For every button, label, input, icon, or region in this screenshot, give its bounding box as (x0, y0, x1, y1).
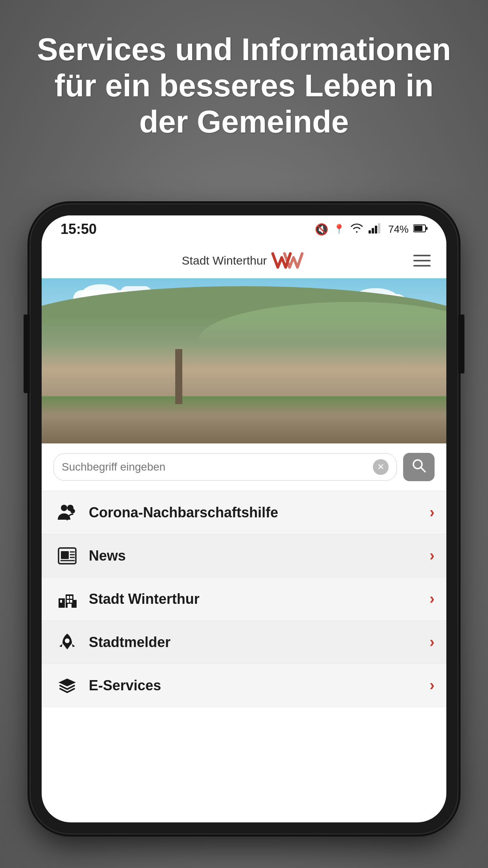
svg-rect-26 (68, 604, 72, 608)
search-input[interactable] (62, 461, 369, 473)
page-headline: Services und Informationen für ein besse… (0, 31, 488, 140)
svg-rect-0 (369, 230, 371, 234)
winterthur-logo (271, 250, 306, 271)
status-icons: 🔇 📍 (315, 223, 427, 236)
svg-rect-5 (414, 226, 422, 231)
news-icon (53, 546, 81, 566)
rocket-icon (53, 632, 81, 653)
people-icon (53, 502, 81, 523)
city-icon (53, 589, 81, 609)
search-icon (411, 458, 426, 476)
app-header: Stadt Winterthur (42, 243, 446, 278)
svg-rect-22 (67, 596, 69, 599)
menu-item-corona[interactable]: Corona-Nachbarschaftshilfe › (42, 491, 446, 534)
svg-rect-25 (70, 600, 72, 603)
vibrate-icon: 🔇 (315, 223, 328, 236)
menu-label-eservices: E-Services (89, 677, 429, 694)
svg-point-9 (61, 505, 67, 511)
location-icon: 📍 (333, 224, 345, 235)
svg-rect-6 (426, 227, 427, 230)
menu-item-eservices[interactable]: E-Services › (42, 664, 446, 707)
svg-rect-20 (72, 600, 77, 608)
search-area: ✕ (42, 443, 446, 491)
battery-icon (413, 223, 427, 235)
menu-item-stadtmelder[interactable]: Stadtmelder › (42, 621, 446, 664)
phone-mockup: 15:50 🔇 📍 (31, 204, 457, 833)
menu-item-stadt[interactable]: Stadt Winterthur › (42, 577, 446, 621)
svg-rect-24 (67, 600, 69, 603)
search-input-container[interactable]: ✕ (53, 453, 397, 481)
phone-screen: 15:50 🔇 📍 (42, 215, 446, 822)
logo-text: Stadt Winterthur (182, 254, 267, 267)
status-time: 15:50 (61, 221, 97, 237)
chevron-icon-stadt: › (429, 590, 435, 607)
svg-point-11 (70, 509, 75, 513)
chevron-icon-eservices: › (429, 677, 435, 694)
menu-list: Corona-Nachbarschaftshilfe › News › (42, 491, 446, 707)
svg-rect-1 (372, 228, 374, 234)
chevron-icon-corona: › (429, 504, 435, 521)
svg-point-27 (65, 638, 70, 643)
menu-label-stadt: Stadt Winterthur (89, 591, 429, 607)
hamburger-menu[interactable] (409, 251, 435, 270)
signal-icon (369, 223, 383, 236)
app-logo: Stadt Winterthur (182, 250, 306, 271)
svg-rect-23 (70, 596, 72, 599)
svg-rect-18 (59, 598, 65, 608)
search-button[interactable] (403, 453, 435, 481)
battery-indicator: 74% (388, 223, 409, 235)
svg-rect-3 (378, 223, 380, 234)
menu-label-news: News (89, 548, 429, 564)
menu-label-stadtmelder: Stadtmelder (89, 634, 429, 651)
svg-rect-21 (60, 600, 62, 603)
city-hero-image (42, 278, 446, 443)
svg-rect-2 (375, 226, 377, 234)
menu-label-corona: Corona-Nachbarschaftshilfe (89, 504, 429, 521)
chevron-icon-stadtmelder: › (429, 634, 435, 651)
svg-line-8 (421, 467, 425, 472)
svg-rect-13 (61, 551, 69, 559)
chevron-icon-news: › (429, 547, 435, 564)
wifi-icon (350, 223, 364, 236)
menu-item-news[interactable]: News › (42, 534, 446, 577)
layers-icon (53, 675, 81, 696)
clear-search-button[interactable]: ✕ (373, 459, 389, 475)
status-bar: 15:50 🔇 📍 (42, 215, 446, 243)
